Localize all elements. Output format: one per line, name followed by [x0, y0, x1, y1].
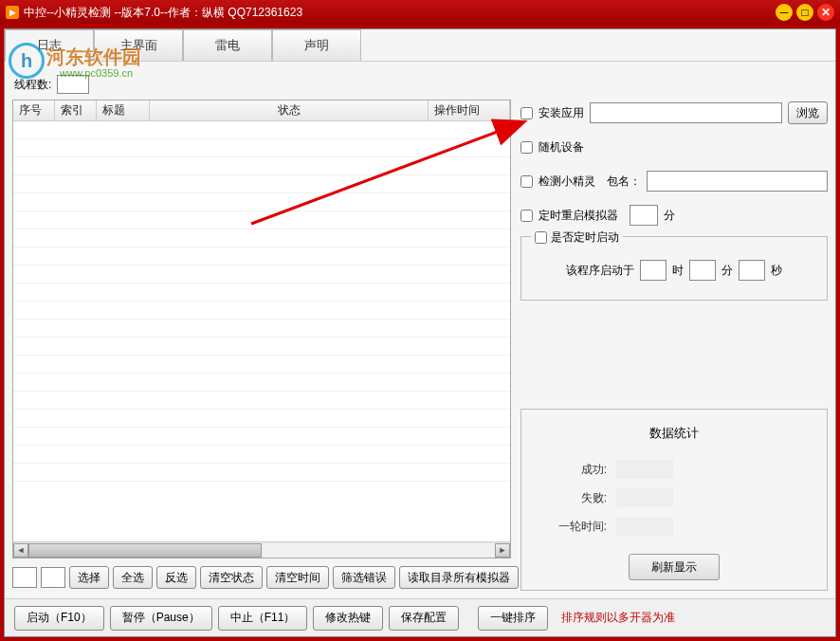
col-title[interactable]: 标题: [97, 101, 150, 120]
table-row[interactable]: [13, 302, 510, 320]
stats-fail-label: 失败:: [539, 490, 607, 506]
titlebar: ▶ 中控--小精灵检测 --版本7.0--作者：纵横 QQ712361623 ─…: [0, 0, 840, 25]
stats-success-value: [616, 460, 673, 479]
table-row[interactable]: [13, 446, 510, 464]
detect-sprite-label: 检测小精灵: [539, 174, 595, 190]
stats-round-label: 一轮时间:: [539, 519, 607, 535]
tab-bar: 日志 主界面 雷电 声明: [5, 29, 835, 62]
thread-count-input[interactable]: [57, 75, 89, 94]
table-row[interactable]: [13, 356, 510, 374]
horizontal-scrollbar[interactable]: ◄ ►: [13, 541, 510, 558]
read-emulators-button[interactable]: 读取目录所有模拟器: [399, 566, 519, 589]
install-app-label: 安装应用: [539, 105, 584, 121]
close-button[interactable]: ✕: [817, 4, 834, 21]
maximize-button[interactable]: □: [796, 4, 813, 21]
table-row[interactable]: [13, 247, 510, 266]
scroll-left-icon[interactable]: ◄: [13, 543, 28, 558]
table-row[interactable]: [13, 320, 510, 338]
sort-button[interactable]: 一键排序: [478, 606, 548, 631]
random-device-label: 随机设备: [539, 139, 584, 156]
thread-count-label: 线程数:: [14, 77, 51, 93]
stats-title: 数据统计: [539, 419, 810, 455]
install-path-input[interactable]: [590, 102, 782, 123]
start-button[interactable]: 启动（F10）: [14, 606, 104, 631]
select-all-button[interactable]: 全选: [113, 566, 153, 589]
table-row[interactable]: [13, 338, 510, 356]
tab-main[interactable]: 主界面: [94, 29, 183, 61]
table-row[interactable]: [13, 464, 510, 482]
table-row[interactable]: [13, 410, 510, 428]
table-row[interactable]: [13, 392, 510, 410]
package-name-label: 包名：: [607, 174, 641, 190]
table-row[interactable]: [13, 428, 510, 446]
start-minute-input[interactable]: [689, 260, 716, 281]
select-button[interactable]: 选择: [69, 566, 109, 589]
stats-fail-value: [616, 488, 673, 507]
col-index[interactable]: 索引: [55, 101, 97, 120]
clear-time-button[interactable]: 清空时间: [266, 566, 329, 589]
refresh-button[interactable]: 刷新显示: [629, 554, 720, 580]
table-row[interactable]: [13, 374, 510, 392]
tab-log[interactable]: 日志: [5, 29, 94, 62]
table-row[interactable]: [13, 229, 510, 247]
start-hour-input[interactable]: [640, 260, 667, 281]
table-row[interactable]: [13, 121, 510, 139]
scroll-right-icon[interactable]: ►: [495, 543, 510, 558]
index-to-input[interactable]: [41, 567, 65, 588]
index-from-input[interactable]: [12, 567, 37, 588]
table-row[interactable]: [13, 175, 510, 193]
timed-restart-label: 定时重启模拟器: [539, 208, 618, 224]
timed-restart-checkbox[interactable]: [520, 210, 533, 222]
hotkey-button[interactable]: 修改热键: [313, 606, 383, 631]
start-second-input[interactable]: [739, 260, 765, 281]
footer-toolbar: 启动（F10） 暂停（Pause） 中止（F11） 修改热键 保存配置 一键排序…: [5, 598, 835, 636]
data-grid: 序号 索引 标题 状态 操作时间: [12, 100, 511, 559]
table-row[interactable]: [13, 157, 510, 175]
timed-start-group: 是否定时启动 该程序启动于 时 分 秒: [520, 236, 828, 301]
stats-success-label: 成功:: [539, 462, 607, 478]
stop-button[interactable]: 中止（F11）: [218, 606, 308, 631]
tab-statement[interactable]: 声明: [272, 29, 361, 61]
second-label: 秒: [771, 263, 782, 279]
table-row[interactable]: [13, 211, 510, 229]
browse-button[interactable]: 浏览: [788, 101, 828, 124]
stats-panel: 数据统计 成功: 失败: 一轮时间: 刷新显示: [520, 409, 828, 591]
minute-label: 分: [721, 263, 733, 279]
save-config-button[interactable]: 保存配置: [389, 606, 459, 631]
install-app-checkbox[interactable]: [520, 107, 533, 119]
timed-start-label: 是否定时启动: [551, 229, 619, 246]
pause-button[interactable]: 暂停（Pause）: [110, 606, 212, 631]
table-row[interactable]: [13, 284, 510, 302]
invert-select-button[interactable]: 反选: [156, 566, 196, 589]
start-time-prefix: 该程序启动于: [566, 263, 634, 279]
minute-unit-label: 分: [664, 208, 675, 224]
table-row[interactable]: [13, 193, 510, 211]
minimize-button[interactable]: ─: [776, 4, 793, 21]
package-name-input[interactable]: [647, 171, 828, 192]
restart-minutes-input[interactable]: [630, 205, 658, 226]
sort-note: 排序规则以多开器为准: [561, 610, 675, 626]
clear-status-button[interactable]: 清空状态: [200, 566, 263, 589]
timed-start-checkbox[interactable]: [535, 231, 547, 244]
tab-leidian[interactable]: 雷电: [183, 29, 272, 61]
window-title: 中控--小精灵检测 --版本7.0--作者：纵横 QQ712361623: [24, 5, 776, 21]
filter-error-button[interactable]: 筛选错误: [333, 566, 395, 589]
random-device-checkbox[interactable]: [520, 141, 533, 154]
detect-sprite-checkbox[interactable]: [520, 175, 533, 188]
col-status[interactable]: 状态: [150, 101, 429, 120]
col-seq[interactable]: 序号: [13, 101, 55, 120]
grid-body[interactable]: [13, 121, 510, 541]
scroll-thumb[interactable]: [28, 543, 262, 558]
hour-label: 时: [672, 263, 684, 279]
app-icon: ▶: [6, 6, 19, 19]
table-row[interactable]: [13, 266, 510, 284]
stats-round-value: [616, 517, 673, 536]
table-row[interactable]: [13, 139, 510, 157]
col-time[interactable]: 操作时间: [429, 101, 510, 120]
